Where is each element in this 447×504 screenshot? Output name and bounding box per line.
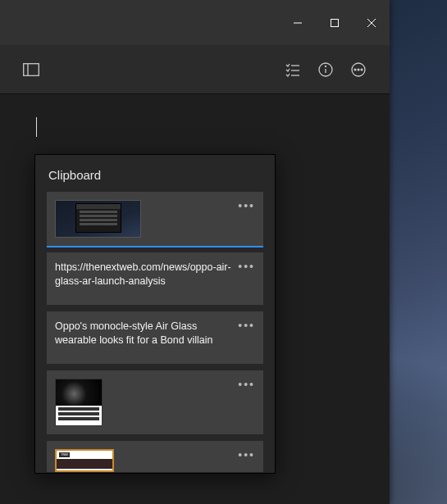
close-icon [367, 19, 376, 27]
svg-point-11 [326, 66, 326, 66]
clipboard-item-more-button[interactable]: ••• [238, 198, 255, 214]
svg-point-13 [354, 69, 356, 70]
clipboard-item[interactable]: TNW ••• [47, 441, 263, 472]
clipboard-item-text: Oppo's monocle-style Air Glass wearable … [55, 320, 212, 346]
clipboard-item-more-button[interactable]: ••• [238, 259, 255, 275]
clipboard-item[interactable]: ••• [47, 370, 263, 434]
info-button[interactable] [309, 53, 342, 86]
more-icon [351, 62, 366, 77]
clipboard-item[interactable]: https://thenextweb.com/news/oppo-air-gla… [47, 252, 263, 305]
clipboard-title: Clipboard [48, 168, 262, 182]
more-button[interactable] [342, 53, 375, 86]
svg-point-15 [361, 69, 363, 70]
clipboard-image-thumbnail [55, 200, 141, 238]
checklist-icon [285, 62, 300, 77]
svg-rect-1 [331, 19, 338, 26]
clipboard-item-more-button[interactable]: ••• [238, 377, 255, 393]
info-icon [318, 62, 333, 77]
clipboard-item-more-button[interactable]: ••• [238, 447, 255, 463]
window-maximize-button[interactable] [316, 0, 353, 45]
minimize-icon [294, 19, 302, 27]
window-close-button[interactable] [353, 0, 390, 45]
checklist-button[interactable] [276, 53, 309, 86]
window-titlebar [0, 0, 390, 45]
svg-rect-4 [24, 63, 39, 75]
clipboard-item-text: https://thenextweb.com/news/oppo-air-gla… [55, 261, 231, 287]
clipboard-item-more-button[interactable]: ••• [238, 318, 255, 334]
maximize-icon [331, 19, 339, 27]
clipboard-image-thumbnail [55, 379, 103, 426]
clipboard-image-thumbnail: TNW [55, 449, 114, 472]
window-minimize-button[interactable] [279, 0, 316, 45]
app-toolbar [0, 45, 390, 94]
svg-point-14 [358, 69, 359, 70]
clipboard-item[interactable]: Oppo's monocle-style Air Glass wearable … [47, 311, 263, 364]
sidebar-toggle-button[interactable] [15, 53, 48, 86]
clipboard-panel: Clipboard ••• https://thenextweb.com/new… [34, 154, 276, 474]
sidebar-icon [23, 63, 39, 76]
clipboard-list: ••• https://thenextweb.com/news/oppo-air… [47, 192, 263, 473]
text-cursor [36, 117, 37, 137]
clipboard-item[interactable]: ••• [47, 192, 263, 246]
